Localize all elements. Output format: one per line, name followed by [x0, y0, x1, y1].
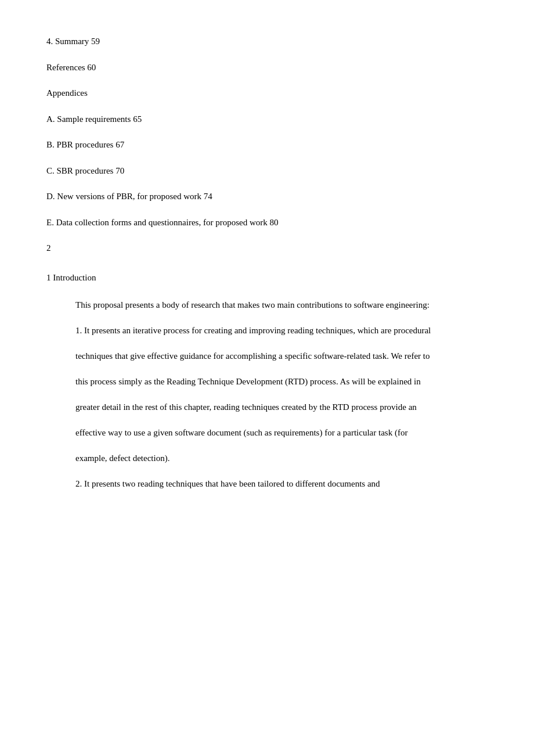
document-page: 4. Summary 59 References 60 Appendices A… [0, 0, 534, 756]
toc-appendices: Appendices [46, 87, 488, 100]
paragraph-greater-detail: greater detail in the rest of this chapt… [46, 400, 488, 414]
paragraph-point-2: 2. It presents two reading techniques th… [46, 477, 488, 491]
toc-appendix-d: D. New versions of PBR, for proposed wor… [46, 190, 488, 203]
paragraph-rtd-process: this process simply as the Reading Techn… [46, 375, 488, 388]
toc-summary: 4. Summary 59 [46, 35, 488, 48]
toc-appendix-c: C. SBR procedures 70 [46, 164, 488, 178]
paragraph-intro: This proposal presents a body of researc… [46, 298, 488, 312]
paragraph-techniques: techniques that give effective guidance … [46, 349, 488, 363]
toc-appendix-a: A. Sample requirements 65 [46, 113, 488, 126]
toc-references: References 60 [46, 61, 488, 74]
toc-appendix-e: E. Data collection forms and questionnai… [46, 216, 488, 229]
paragraph-point-1: 1. It presents an iterative process for … [46, 323, 488, 337]
toc-appendix-b: B. PBR procedures 67 [46, 138, 488, 152]
chapter-heading: 1 Introduction [46, 271, 488, 285]
paragraph-effective-way: effective way to use a given software do… [46, 426, 488, 440]
paragraph-example: example, defect detection). [46, 451, 488, 465]
page-number: 2 [46, 242, 488, 255]
